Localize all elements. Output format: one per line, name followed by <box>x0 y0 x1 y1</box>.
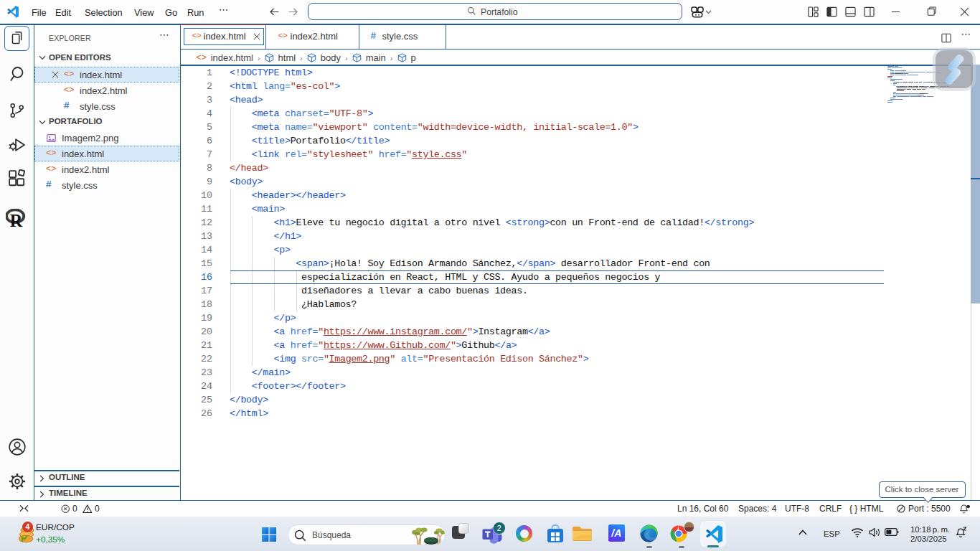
svg-text:R: R <box>10 211 23 229</box>
